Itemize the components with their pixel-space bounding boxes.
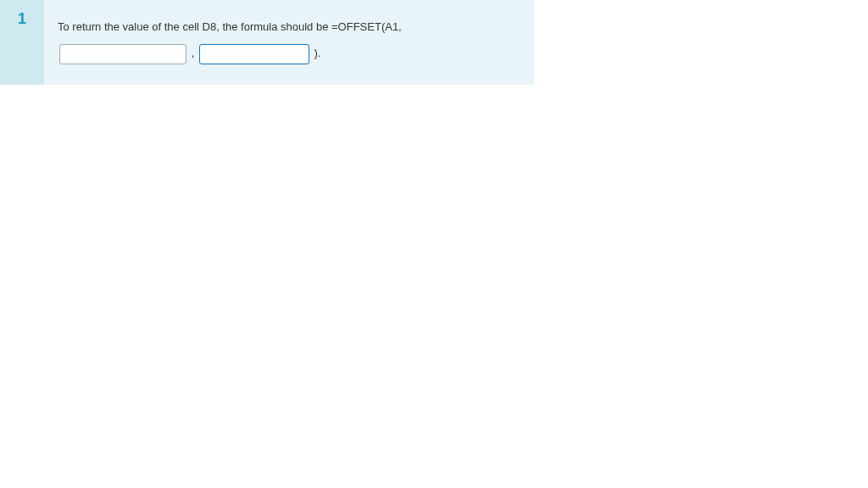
question-number-column: 1 xyxy=(0,0,44,85)
question-number: 1 xyxy=(18,10,26,27)
question-text-before: To return the value of the cell D8, the … xyxy=(58,20,402,33)
question-content: To return the value of the cell D8, the … xyxy=(44,0,534,85)
question-text-mid: , xyxy=(192,47,195,59)
answer-input-2[interactable] xyxy=(199,44,309,64)
answer-input-1[interactable] xyxy=(59,44,186,64)
question-text-after: ). xyxy=(314,47,321,59)
question-block: 1 To return the value of the cell D8, th… xyxy=(0,0,534,85)
